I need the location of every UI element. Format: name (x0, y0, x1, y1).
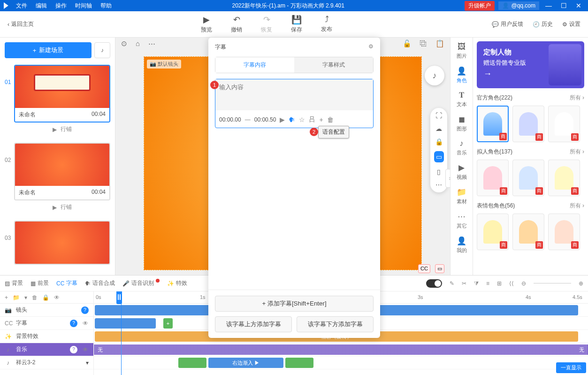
undo-button[interactable]: ↶撤销 (231, 15, 242, 34)
clip-keyframe[interactable] (285, 358, 313, 368)
mobile-icon[interactable]: ▯ (437, 168, 441, 176)
asset-item[interactable]: 商 (548, 160, 580, 196)
tab-material[interactable]: 📁素材 (451, 185, 473, 207)
time-start[interactable]: 00:00.00 (219, 116, 241, 123)
lane-music[interactable]: 无无 (94, 343, 588, 356)
tab-text[interactable]: 𝐓文本 (451, 89, 473, 110)
asset-item[interactable]: 商 (548, 106, 580, 142)
target-icon[interactable]: ⊙ (121, 39, 127, 48)
eye-icon[interactable]: 👁 (54, 294, 60, 301)
lock-icon[interactable]: 🔒 (42, 294, 49, 301)
always-show-button[interactable]: 一直显示 (556, 362, 586, 373)
upgrade-button[interactable]: 升级帐户 (465, 1, 495, 11)
chevron-down-icon[interactable]: ▾ (86, 360, 89, 366)
down-icon[interactable]: ▾ (24, 294, 27, 301)
asset-item[interactable]: 商 (512, 214, 544, 250)
time-end[interactable]: 00:00.50 (254, 116, 276, 123)
help-icon[interactable]: ? (81, 306, 89, 314)
marker-icon[interactable]: ⊞ (497, 280, 502, 287)
play-icon[interactable]: ▶ (280, 116, 285, 123)
paste-icon[interactable]: 📋 (435, 39, 444, 48)
tab-asr[interactable]: 🎤语音识别 (122, 279, 160, 287)
add-subtitle-button[interactable]: + 添加字幕[Shift+Enter] (215, 296, 374, 312)
gear-icon[interactable]: ⚙ (368, 43, 374, 51)
clip-subtitle[interactable] (95, 318, 156, 329)
tab-other[interactable]: ⋯其它 (451, 210, 473, 231)
settings-button[interactable]: ⚙设置 (562, 20, 580, 28)
star-icon[interactable]: ☆ (299, 116, 305, 123)
maximize-button[interactable]: ☐ (558, 2, 569, 9)
scene-item-3[interactable]: 03 (5, 221, 110, 265)
help-icon[interactable]: ? (70, 346, 77, 353)
zoom-slider[interactable] (534, 283, 571, 283)
menu-edit[interactable]: 编辑 (36, 2, 47, 10)
asset-item[interactable]: 商 (477, 106, 509, 142)
track-subtitle[interactable]: CC字幕?👁 (0, 317, 93, 330)
cc-icon[interactable]: CC (418, 264, 430, 273)
tab-foreground[interactable]: ▦前景 (31, 279, 49, 287)
asset-item[interactable]: 商 (548, 214, 580, 250)
add-below-button[interactable]: 该字幕下方添加字幕 (297, 316, 374, 332)
subtitle-input[interactable] (215, 79, 373, 110)
tab-effects[interactable]: ✨特效 (167, 279, 187, 287)
asset-item[interactable]: 商 (512, 160, 544, 196)
tab-image[interactable]: 🖼图片 (451, 40, 473, 61)
tab-music[interactable]: ♪音乐 (451, 137, 473, 158)
tab-shape[interactable]: ◼图形 (451, 113, 473, 134)
minimize-button[interactable]: — (543, 2, 554, 9)
tab-background[interactable]: ▨背景 (5, 279, 23, 287)
help-icon[interactable]: ? (70, 320, 77, 327)
edit-icon[interactable]: ✎ (450, 280, 454, 287)
more-link[interactable]: 所有 › (570, 148, 584, 156)
back-home[interactable]: ‹返回主页 (0, 20, 41, 28)
filter-icon[interactable]: ⧩ (474, 280, 479, 287)
asset-item[interactable]: 商 (477, 214, 509, 250)
tab-video[interactable]: ▶视频 (451, 161, 473, 183)
tab-subtitle[interactable]: CC字幕 (56, 279, 77, 287)
more-icon[interactable]: ⋯ (435, 181, 442, 189)
track-camera[interactable]: 📷镜头? (0, 304, 93, 317)
close-button[interactable]: ✕ (573, 2, 584, 9)
menu-timeline[interactable]: 时间轴 (75, 2, 92, 10)
unlock-icon[interactable]: 🔓 (403, 39, 412, 48)
add-clip-button[interactable]: + (163, 318, 173, 329)
delete-icon[interactable]: 🗑 (327, 116, 334, 123)
menu-action[interactable]: 操作 (55, 2, 67, 10)
play-icon[interactable]: ▶ (53, 204, 57, 211)
canvas-music-button[interactable]: ♪ (425, 66, 444, 85)
plus-icon[interactable]: + (319, 116, 323, 123)
new-scene-button[interactable]: +新建场景 (5, 42, 92, 58)
publish-button[interactable]: ⤴发布 (321, 15, 332, 34)
folder-icon[interactable]: 📁 (13, 294, 20, 301)
more-link[interactable]: 所有 › (570, 202, 584, 210)
user-account[interactable]: 👤@qq.com (498, 1, 539, 10)
tab-character[interactable]: 👤角色 (451, 64, 473, 86)
add-above-button[interactable]: 该字幕上方添加字幕 (215, 316, 292, 332)
preview-button[interactable]: ▶预览 (201, 15, 212, 34)
cloud-icon[interactable]: ☁ (435, 125, 442, 132)
track-bgfx[interactable]: ✨背景特效 (0, 330, 93, 343)
aspect-icon[interactable]: ▭ (435, 264, 444, 273)
asset-item[interactable]: 商 (477, 160, 509, 196)
menu-file[interactable]: 文件 (16, 2, 27, 10)
copy-icon[interactable]: ⿻ (420, 39, 427, 48)
scene-music-button[interactable]: ♪ (94, 42, 110, 58)
tab-subtitle-style[interactable]: 字幕样式 (294, 57, 373, 73)
zoom-out-icon[interactable]: ⊖ (521, 280, 526, 287)
scene-item-2[interactable]: 02 未命名00:04 ▶行铺 (5, 143, 110, 214)
prev-icon[interactable]: ⟨⟨ (509, 280, 514, 287)
cut-icon[interactable]: ✂ (462, 280, 466, 287)
sort-icon[interactable]: ≡ (486, 280, 489, 287)
eye-icon[interactable]: 👁 (82, 320, 89, 327)
promo-banner[interactable]: 定制人物 赠送骨骼专业版 → (477, 41, 584, 88)
add-track-icon[interactable]: + (5, 294, 8, 301)
lane-cloud[interactable]: 右边渐入 ▶ (94, 356, 588, 369)
save-button[interactable]: 💾保存 (291, 15, 302, 34)
clip-anim[interactable]: 右边渐入 ▶ (208, 358, 283, 368)
clip-music[interactable]: 无无 (94, 344, 588, 355)
screen-icon[interactable]: ▭ (434, 151, 444, 162)
playhead[interactable] (121, 291, 122, 375)
feedback-button[interactable]: 💬用户反馈 (492, 20, 523, 28)
more-link[interactable]: 所有 › (570, 94, 584, 102)
scene-item-1[interactable]: 01 未命名00:04 ▶行铺 (5, 65, 110, 136)
